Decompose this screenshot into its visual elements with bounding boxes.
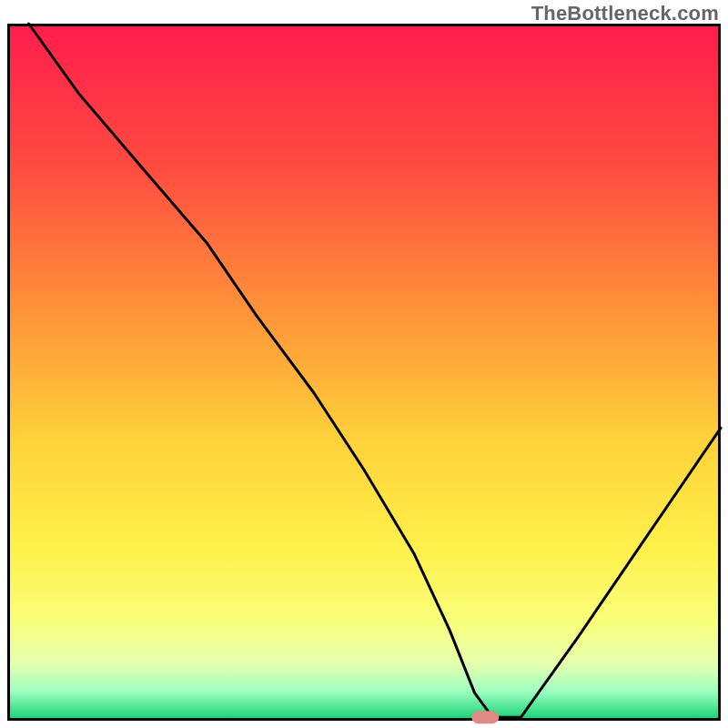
plot-gradient-background (9, 25, 719, 719)
chart-svg (0, 0, 728, 728)
watermark-text: TheBottleneck.com (531, 2, 719, 25)
bottleneck-chart: TheBottleneck.com (0, 0, 728, 728)
optimum-marker (471, 711, 499, 723)
